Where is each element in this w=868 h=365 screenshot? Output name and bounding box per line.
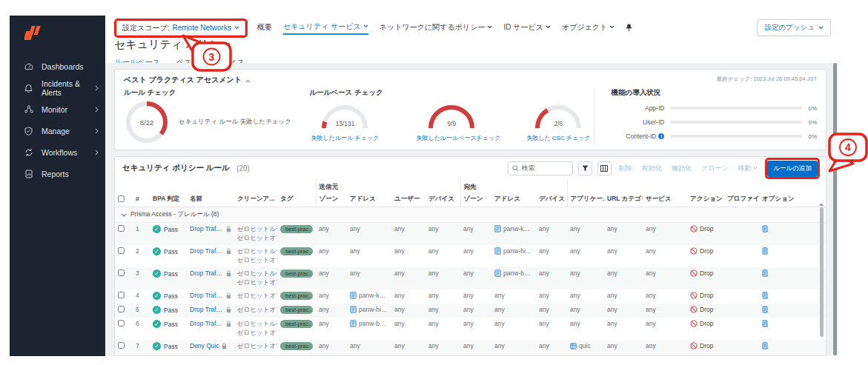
column-header-4[interactable]: タグ — [277, 193, 316, 207]
row-checkbox[interactable] — [118, 269, 125, 276]
action-button-0[interactable]: 削除 — [617, 162, 635, 175]
column-header-5[interactable]: ゾーン — [316, 193, 347, 207]
column-header-7[interactable]: ユーザー — [391, 193, 425, 207]
rule-name: Drop Traffic f... — [187, 304, 234, 318]
column-header-13[interactable]: URL カテゴリ — [604, 193, 643, 207]
src-device: any — [425, 340, 460, 354]
lock-icon — [226, 307, 231, 313]
rule-name-link[interactable]: Drop Traffic t... — [190, 269, 224, 277]
rule-name-link[interactable]: Deny Quic — [190, 342, 219, 349]
column-header-15[interactable]: アクション — [687, 193, 724, 207]
sidebar-item-reports[interactable]: Reports — [10, 163, 105, 184]
move-button[interactable]: 移動 — [735, 162, 760, 175]
row-checkbox[interactable] — [118, 292, 125, 298]
tag-pill[interactable]: best-prac... — [280, 320, 313, 328]
top-nav-item-1[interactable]: セキュリティ サービス — [283, 21, 368, 35]
column-header-1[interactable]: BPA 判定 — [150, 193, 187, 207]
search-input[interactable] — [522, 164, 566, 172]
log-icon[interactable] — [762, 320, 769, 327]
rule-name-link[interactable]: Drop Traffic t... — [190, 247, 224, 255]
action-button-2[interactable]: 無効化 — [669, 162, 694, 175]
tag-pill[interactable]: best-prac... — [280, 269, 313, 278]
edl-icon — [494, 225, 501, 232]
log-icon[interactable] — [762, 269, 769, 277]
bpa-header[interactable]: ベスト プラクティス アセスメント — [124, 75, 817, 85]
top-nav-item-2[interactable]: ネットワークに関するポリシー — [380, 22, 493, 34]
row-checkbox[interactable] — [118, 320, 125, 327]
column-header-10[interactable]: アドレス — [491, 193, 536, 207]
scroll-up-arrow[interactable] — [819, 203, 824, 206]
bpa-verdict: ✓Pass — [150, 223, 187, 246]
column-header-8[interactable]: デバイス — [425, 193, 460, 207]
sidebar-item-manage[interactable]: Manage — [10, 120, 105, 141]
page-scrollbar[interactable] — [833, 63, 838, 355]
push-config-button[interactable]: 設定のプッシュ — [757, 19, 831, 36]
table-scrollbar-thumb[interactable] — [820, 207, 824, 337]
log-icon[interactable] — [762, 292, 769, 299]
sidebar-item-label: Manage — [42, 127, 70, 135]
table-scrollbar[interactable] — [818, 203, 824, 353]
top-nav-item-0[interactable]: 概要 — [257, 22, 272, 34]
tag-pill[interactable]: best-prac... — [280, 342, 313, 350]
add-rule-button[interactable]: ルールの追加 — [767, 161, 818, 177]
tag-pill[interactable]: best-prac... — [280, 292, 313, 300]
log-icon[interactable] — [762, 306, 769, 313]
deny-icon — [690, 269, 698, 277]
gauge-label-link[interactable]: 失敗したルールベースチェック — [416, 134, 487, 142]
search-box[interactable] — [508, 161, 573, 175]
page-title: セキュリティ ポリシー — [114, 38, 838, 52]
rule-name-link[interactable]: Drop Traffic f... — [190, 292, 224, 299]
filter-button[interactable] — [578, 161, 592, 175]
group-row-0[interactable]: Prisma Access - プレルール (8) — [115, 207, 826, 223]
action-button-3[interactable]: クローン — [699, 162, 731, 175]
action-button-1[interactable]: 有効化 — [640, 162, 664, 175]
tag-pill[interactable]: best-prac... — [280, 225, 313, 233]
rule-row-6[interactable]: 6✓PassDrop Traffic f...ゼロヒットルー...ゼロヒットオプ… — [115, 318, 826, 340]
log-icon[interactable] — [762, 225, 769, 232]
columns-button[interactable] — [597, 161, 612, 175]
rule-row-8[interactable]: 8!Failfrom_test-an...ゼロヒットオプ:trust192.16… — [115, 354, 826, 356]
log-icon[interactable] — [762, 342, 769, 349]
top-nav-item-4[interactable]: オブジェクト — [562, 22, 614, 34]
rule-row-1[interactable]: 1✓PassDrop Traffic t...ゼロヒットルー...ゼロヒットオプ… — [115, 223, 826, 246]
pin-icon[interactable] — [626, 21, 632, 35]
rule-row-5[interactable]: 5✓PassDrop Traffic f...ゼロヒットオプ:best-prac… — [115, 304, 826, 318]
tag-pill[interactable]: best-prac... — [280, 247, 313, 255]
rule-name-link[interactable]: Drop Traffic t... — [190, 225, 224, 232]
column-header-14[interactable]: サービス — [643, 193, 687, 207]
sidebar-item-incidents-alerts[interactable]: Incidents & Alerts — [10, 77, 105, 98]
rule-row-3[interactable]: 3✓PassDrop Traffic t...ゼロヒットルー...ゼロヒットオプ… — [115, 267, 826, 289]
column-header-0[interactable]: # — [133, 193, 150, 207]
column-header-6[interactable]: アドレス — [347, 193, 391, 207]
rule-row-7[interactable]: 7✓PassDeny Quicゼロヒットオプ:best-prac...anyan… — [115, 340, 826, 354]
row-checkbox[interactable] — [118, 225, 125, 232]
column-header-12[interactable]: アプリケー... — [567, 193, 604, 207]
sidebar-item-workflows[interactable]: Workflows — [10, 141, 105, 163]
rule-name-link[interactable]: Drop Traffic f... — [190, 306, 224, 313]
rule-name-link[interactable]: Drop Traffic f... — [190, 320, 224, 327]
row-checkbox[interactable] — [118, 247, 125, 254]
rule-row-4[interactable]: 4✓PassDrop Traffic f...ゼロヒットオプ:best-prac… — [115, 289, 826, 304]
info-icon[interactable]: i — [658, 133, 664, 139]
column-header-17[interactable]: オプション — [759, 193, 826, 207]
top-nav-item-3[interactable]: ID サービス — [503, 22, 550, 34]
sidebar-item-dashboards[interactable]: Dashboards — [10, 56, 105, 77]
select-all-checkbox[interactable] — [118, 195, 125, 202]
row-checkbox[interactable] — [118, 306, 125, 312]
column-header-16[interactable]: プロファイ... — [724, 193, 759, 207]
rule-row-2[interactable]: 2✓PassDrop Traffic t...ゼロヒットルー...ゼロヒットオプ… — [115, 245, 826, 267]
column-header-11[interactable]: デバイス — [536, 193, 567, 207]
gauge-label-link[interactable]: 失敗したルール チェック — [309, 134, 380, 142]
tag-pill[interactable]: best-prac... — [280, 306, 313, 314]
column-header-3[interactable]: クリーンア... — [234, 193, 277, 207]
row-checkbox[interactable] — [118, 342, 125, 349]
page-scrollbar-thumb[interactable] — [833, 63, 837, 355]
column-header-9[interactable]: ゾーン — [460, 193, 491, 207]
gauge-label-link[interactable]: 失敗した CSC チェック — [523, 134, 594, 142]
config-scope-selector[interactable]: 設定スコープ: Remote Networks — [116, 21, 245, 36]
column-header-2[interactable]: 名前 — [187, 193, 234, 207]
sidebar-item-monitor[interactable]: Monitor — [10, 98, 105, 120]
dst-address-text: any — [494, 342, 505, 349]
application-text: any — [570, 306, 580, 313]
log-icon[interactable] — [762, 247, 769, 255]
